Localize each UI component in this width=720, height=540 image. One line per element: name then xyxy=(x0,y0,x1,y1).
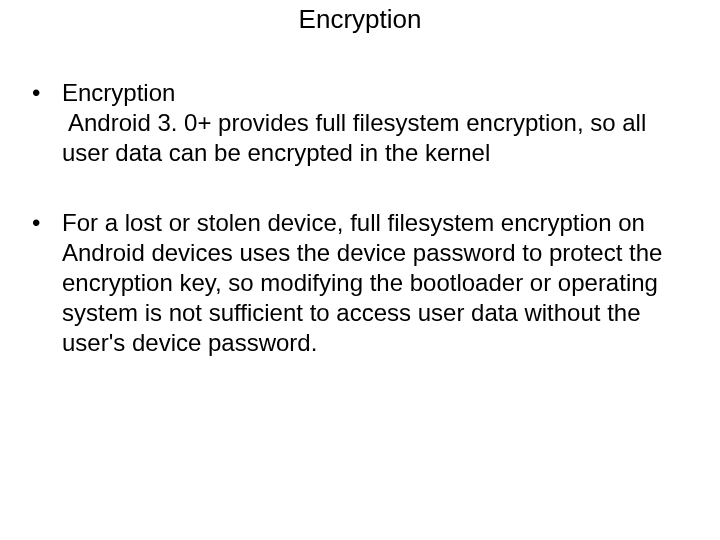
bullet-item: • For a lost or stolen device, full file… xyxy=(28,208,670,358)
slide-body: • Encryption Android 3. 0+ provides full… xyxy=(28,78,670,398)
bullet-row: • Encryption xyxy=(28,78,670,108)
bullet-marker: • xyxy=(28,208,62,238)
bullet-item: • Encryption Android 3. 0+ provides full… xyxy=(28,78,670,168)
bullet-head-text: Encryption xyxy=(62,78,670,108)
bullet-sub-text: Android 3. 0+ provides full filesystem e… xyxy=(28,108,670,168)
bullet-head-text: For a lost or stolen device, full filesy… xyxy=(62,208,670,358)
bullet-marker: • xyxy=(28,78,62,108)
slide-title: Encryption xyxy=(0,4,720,35)
slide: Encryption • Encryption Android 3. 0+ pr… xyxy=(0,0,720,540)
bullet-row: • For a lost or stolen device, full file… xyxy=(28,208,670,358)
